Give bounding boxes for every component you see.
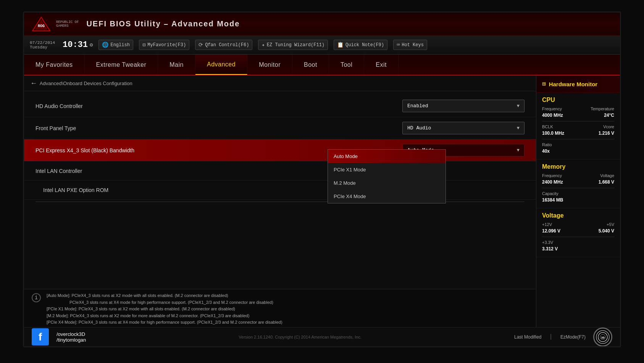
time-area: 07/22/2014 Tuesday: [30, 40, 55, 50]
logo-area: ROG REPUBLIC OF GAMERS: [32, 16, 79, 32]
front-panel-row: Front Panel Type HD Audio ▼: [24, 117, 536, 139]
header-bar: ROG REPUBLIC OF GAMERS UEFI BIOS Utility…: [24, 13, 620, 35]
mem-freq-val-row: 2400 MHz 1.668 V: [542, 179, 614, 185]
tab-my-favorites[interactable]: My Favorites: [24, 55, 85, 75]
cpu-ratio-label: Ratio: [542, 142, 552, 147]
cpu-temp-value: 24°C: [604, 113, 614, 118]
settings-icon[interactable]: ⚙: [90, 42, 93, 48]
volt-33-value: 3.312 V: [542, 246, 558, 252]
cpu-ratio-row: Ratio: [542, 142, 614, 147]
dropdown-arrow-1: ▼: [517, 103, 520, 109]
cpu-bclk-value: 100.0 MHz: [542, 131, 564, 136]
breadcrumb-path: Advanced\Onboard Devices Configuration: [40, 81, 132, 86]
divider: [36, 202, 525, 202]
tab-advanced[interactable]: Advanced: [195, 55, 247, 75]
volt-12-label: +12V: [542, 222, 552, 227]
dropdown-arrow-2: ▼: [517, 126, 520, 131]
info-bar: i [Auto Mode]: PCIeX4_3 slots runs at X2…: [24, 289, 536, 327]
mem-cap-val-row: 16384 MB: [542, 197, 614, 203]
info-text: [Auto Mode]: PCIeX4_3 slots runs at X2 m…: [47, 292, 282, 326]
spacer: [24, 208, 536, 289]
pci-express-dropdown-menu[interactable]: Auto Mode PCIe X1 Mode M.2 Mode PCIe X4 …: [328, 149, 446, 203]
hd-audio-control[interactable]: Enabled ▼: [402, 100, 525, 112]
mem-volt-label: Voltage: [600, 173, 614, 178]
cpu-temp-label: Temperature: [591, 106, 614, 111]
front-panel-control[interactable]: HD Audio ▼: [402, 122, 525, 134]
nav-tabs: My Favorites Extreme Tweaker Main Advanc…: [24, 55, 620, 76]
tab-monitor[interactable]: Monitor: [247, 55, 292, 75]
date-label: 07/22/2014: [30, 40, 55, 45]
cpu-freq-value: 4000 MHz: [542, 113, 563, 118]
left-panel: ← Advanced\Onboard Devices Configuration…: [24, 76, 536, 327]
memory-section: Memory Frequency Voltage 2400 MHz 1.668 …: [536, 160, 620, 208]
back-arrow[interactable]: ←: [32, 79, 36, 87]
volt-12-value: 12.096 V: [542, 228, 560, 234]
cpu-ratio-value: 40x: [542, 148, 550, 154]
cpu-freq-label: Frequency: [542, 106, 562, 111]
option-pcie-x1[interactable]: PCIe X1 Mode: [328, 163, 445, 176]
tab-main[interactable]: Main: [158, 55, 195, 75]
info-icon: i: [32, 293, 41, 302]
option-pcie-x4[interactable]: PCIe X4 Mode: [328, 190, 445, 203]
cpu-divider-1: [542, 121, 614, 121]
volt-divider: [542, 237, 614, 237]
footer-bar: f /overclock3D /tinytomlogan Version 2.1…: [24, 327, 620, 346]
keyboard-icon: ⌨: [397, 42, 400, 48]
mem-freq-label: Frequency: [542, 173, 562, 178]
ez-mode-btn[interactable]: EzMode(F7): [560, 334, 586, 340]
cpu-freq-row: Frequency Temperature: [542, 106, 614, 111]
cpu-freq-val-row: 4000 MHz 24°C: [542, 113, 614, 118]
mem-cap-label: Capacity: [542, 191, 558, 196]
breadcrumb: ← Advanced\Onboard Devices Configuration: [24, 76, 536, 91]
hw-monitor-title: Hardware Monitor: [549, 81, 598, 87]
mem-cap-value: 16384 MB: [542, 197, 563, 203]
hd-audio-row: HD Audio Controller Enabled ▼: [24, 95, 536, 117]
volt-33-row: +3.3V: [542, 240, 614, 245]
ez-tuning-btn[interactable]: ✦ EZ Tuning Wizard(F11): [258, 40, 328, 50]
settings-list: HD Audio Controller Enabled ▼ Front Pane…: [24, 91, 536, 208]
svg-text:3D: 3D: [601, 336, 605, 339]
qfan-btn[interactable]: ⟳ Qfan Control(F6): [195, 40, 252, 50]
toolbar: 07/22/2014 Tuesday 10:31 ⚙ 🌐 English ⊟ M…: [24, 35, 620, 55]
myfavorite-btn[interactable]: ⊟ MyFavorite(F3): [139, 40, 189, 50]
intel-lan-row: Intel LAN Controller: [24, 161, 536, 181]
cpu-bclk-val-row: 100.0 MHz 1.216 V: [542, 131, 614, 136]
time-display: 10:31 ⚙: [63, 40, 93, 50]
front-panel-label: Front Panel Type: [36, 125, 402, 131]
cpu-ratio-val-row: 40x: [542, 148, 614, 154]
dropdown-arrow-3: ▼: [517, 148, 520, 153]
footer-left: f /overclock3D /tinytomlogan: [32, 328, 86, 345]
rog-logo: ROG: [32, 16, 51, 32]
hd-audio-label: HD Audio Controller: [36, 103, 402, 109]
front-panel-dropdown[interactable]: HD Audio ▼: [402, 122, 525, 134]
globe-icon: 🌐: [102, 42, 108, 48]
social-text: /overclock3D /tinytomlogan: [56, 331, 86, 343]
quick-note-btn[interactable]: 📋 Quick Note(F9): [334, 40, 387, 50]
volt-33-label: +3.3V: [542, 240, 553, 245]
last-modified-label: Last Modified: [514, 334, 541, 340]
memory-section-title: Memory: [542, 163, 614, 170]
tab-exit[interactable]: Exit: [364, 55, 399, 75]
tab-tool[interactable]: Tool: [329, 55, 364, 75]
cpu-section-title: CPU: [542, 97, 614, 103]
mem-cap-row: Capacity: [542, 191, 614, 196]
tab-extreme-tweaker[interactable]: Extreme Tweaker: [85, 55, 158, 75]
fan-icon: ⟳: [199, 42, 203, 48]
star-icon: ⊟: [142, 42, 145, 48]
volt-5-label: +5V: [607, 222, 614, 227]
tab-boot[interactable]: Boot: [292, 55, 329, 75]
language-btn[interactable]: 🌐 English: [98, 40, 133, 50]
option-auto-mode[interactable]: Auto Mode: [328, 150, 445, 163]
rog-badge: 3D: [593, 328, 612, 347]
day-label: Tuesday: [30, 45, 55, 50]
hd-audio-dropdown[interactable]: Enabled ▼: [402, 100, 525, 112]
facebook-logo: f: [32, 328, 49, 345]
cpu-divider-2: [542, 139, 614, 139]
hw-monitor-header: ⊞ Hardware Monitor: [536, 76, 620, 93]
intel-lan-pxe-row: Intel LAN PXE Option ROM: [24, 181, 536, 200]
hot-keys-btn[interactable]: ⌨ Hot Keys: [393, 40, 427, 50]
footer-divider: |: [549, 334, 553, 340]
volt-33-val-row: 3.312 V: [542, 246, 614, 252]
option-m2-mode[interactable]: M.2 Mode: [328, 176, 445, 190]
note-icon: 📋: [337, 42, 344, 48]
